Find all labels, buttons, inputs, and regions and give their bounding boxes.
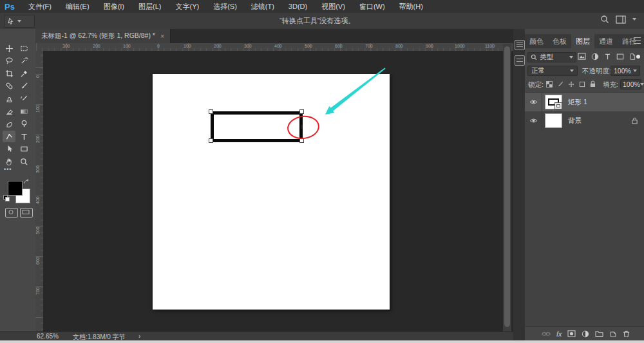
fill-value: 100% [623, 80, 640, 88]
tool-history-brush[interactable] [17, 93, 30, 104]
edit-toolbar-button[interactable]: ••• [4, 166, 12, 172]
layer-name[interactable]: 矩形 1 [568, 98, 644, 107]
document-tab[interactable]: 未标题-1 @ 62.7% (矩形 1, RGB/8#) * × [35, 29, 171, 43]
tool-path-selection[interactable] [3, 144, 15, 155]
ruler-label: 100 [184, 44, 191, 48]
menu-select[interactable]: 选择(S) [206, 0, 244, 13]
photoshop-logo: Ps [0, 2, 21, 12]
lock-transparency-icon[interactable] [546, 81, 553, 88]
new-group-icon[interactable] [595, 330, 603, 337]
tool-zoom[interactable] [17, 156, 30, 167]
layer-thumbnail[interactable] [545, 95, 562, 109]
menu-edit[interactable]: 编辑(E) [59, 0, 97, 13]
tool-crop[interactable] [3, 68, 15, 79]
lock-pixels-icon[interactable] [557, 81, 564, 88]
tool-brush[interactable] [17, 80, 30, 92]
tool-rect-marquee[interactable] [17, 42, 30, 54]
tool-magic-wand[interactable] [17, 55, 30, 67]
layer-thumbnail[interactable] [545, 113, 562, 128]
scrollbar-thumb[interactable] [504, 46, 510, 327]
link-layers-icon[interactable] [542, 331, 551, 337]
tool-eraser[interactable] [3, 106, 15, 117]
chevron-down-icon[interactable] [632, 18, 636, 21]
opacity-value: 100% [614, 67, 631, 75]
visibility-toggle[interactable] [525, 93, 542, 111]
delete-layer-icon[interactable] [623, 330, 630, 338]
zoom-level-field[interactable]: 62.65% [37, 333, 59, 340]
panel-menu-icon[interactable] [634, 37, 641, 44]
swap-colors-icon[interactable] [23, 179, 30, 185]
eye-icon [529, 118, 538, 124]
type-filter-icon[interactable] [604, 53, 611, 60]
eye-icon [529, 99, 538, 105]
tool-type[interactable] [17, 131, 30, 142]
new-layer-icon[interactable] [609, 330, 617, 337]
menu-window[interactable]: 窗口(W) [352, 0, 392, 13]
lock-artboard-icon[interactable] [579, 81, 585, 88]
smart-object-filter-icon[interactable] [629, 53, 636, 60]
tool-convert-point[interactable] [3, 131, 15, 142]
layers-list: 矩形 1 背景 [525, 93, 644, 326]
tab-layers[interactable]: 图层 [571, 34, 594, 48]
lock-position-icon[interactable] [568, 81, 574, 88]
tool-gradient[interactable] [17, 106, 30, 117]
layer-style-button[interactable]: fx [556, 330, 562, 338]
filter-toggle-icon[interactable] [636, 55, 640, 59]
menu-layer[interactable]: 图层(L) [131, 0, 168, 13]
tool-clone-stamp[interactable] [3, 93, 15, 104]
tab-channels[interactable]: 通道 [594, 34, 618, 48]
workspace-switcher-icon[interactable] [616, 15, 626, 24]
visibility-toggle[interactable] [525, 111, 542, 130]
layer-name[interactable]: 背景 [568, 116, 632, 125]
layer-row-background[interactable]: 背景 [525, 111, 644, 130]
menu-3d[interactable]: 3D(D) [281, 0, 314, 13]
tool-smudge[interactable] [3, 118, 15, 130]
fill-field[interactable]: 100% [620, 79, 641, 89]
default-colors-icon[interactable] [3, 195, 9, 201]
tool-dodge[interactable] [17, 118, 30, 130]
ruler-label: 100 [35, 105, 40, 113]
document-viewport[interactable] [43, 51, 502, 331]
opacity-field[interactable]: 100% [611, 66, 640, 76]
tool-move[interactable] [3, 42, 15, 54]
close-tab-icon[interactable]: × [160, 32, 164, 40]
layer-mask-icon[interactable] [567, 330, 576, 337]
chevron-down-icon [570, 70, 574, 72]
adjustment-filter-icon[interactable] [591, 53, 599, 60]
menu-help[interactable]: 帮助(H) [392, 0, 430, 13]
screen-mode-button[interactable] [20, 208, 33, 218]
search-icon[interactable] [600, 15, 609, 24]
status-expander-icon[interactable]: › [138, 333, 140, 340]
tool-eyedropper[interactable] [17, 68, 30, 79]
tab-color[interactable]: 颜色 [525, 34, 548, 48]
tool-rectangle[interactable] [17, 144, 30, 155]
history-panel-icon[interactable] [515, 40, 525, 50]
opacity-label: 不透明度: [582, 67, 611, 76]
ruler-label: 200 [35, 135, 40, 143]
properties-panel-icon[interactable] [515, 55, 525, 66]
layer-filter-type-select[interactable]: 类型 [527, 52, 576, 62]
tool-options-message: “转换点工具”没有选项。 [279, 16, 355, 26]
menu-file[interactable]: 文件(F) [21, 0, 59, 13]
adjustment-layer-icon[interactable] [582, 330, 589, 338]
menu-view[interactable]: 视图(V) [314, 0, 352, 13]
lock-all-icon[interactable] [590, 80, 596, 88]
menu-image[interactable]: 图像(I) [97, 0, 131, 13]
chevron-down-icon [640, 83, 644, 86]
tool-spot-healing[interactable] [3, 80, 15, 92]
vertical-scrollbar[interactable] [503, 44, 511, 331]
menu-type[interactable]: 文字(Y) [168, 0, 206, 13]
tab-swatches[interactable]: 色板 [548, 34, 571, 48]
current-tool-preset[interactable] [4, 15, 35, 28]
menu-filter[interactable]: 滤镜(T) [244, 0, 281, 13]
blend-mode-select[interactable]: 正常 [527, 66, 578, 76]
chevron-down-icon [17, 20, 21, 23]
ruler-label: 600 [35, 257, 40, 264]
shape-filter-icon[interactable] [616, 53, 624, 60]
foreground-color-swatch[interactable] [8, 181, 23, 196]
quick-mask-button[interactable] [5, 208, 18, 218]
pixel-filter-icon[interactable] [578, 53, 586, 60]
layer-row-rectangle1[interactable]: 矩形 1 [525, 93, 644, 111]
lock-label: 锁定: [528, 80, 544, 89]
tool-lasso[interactable] [3, 55, 15, 67]
